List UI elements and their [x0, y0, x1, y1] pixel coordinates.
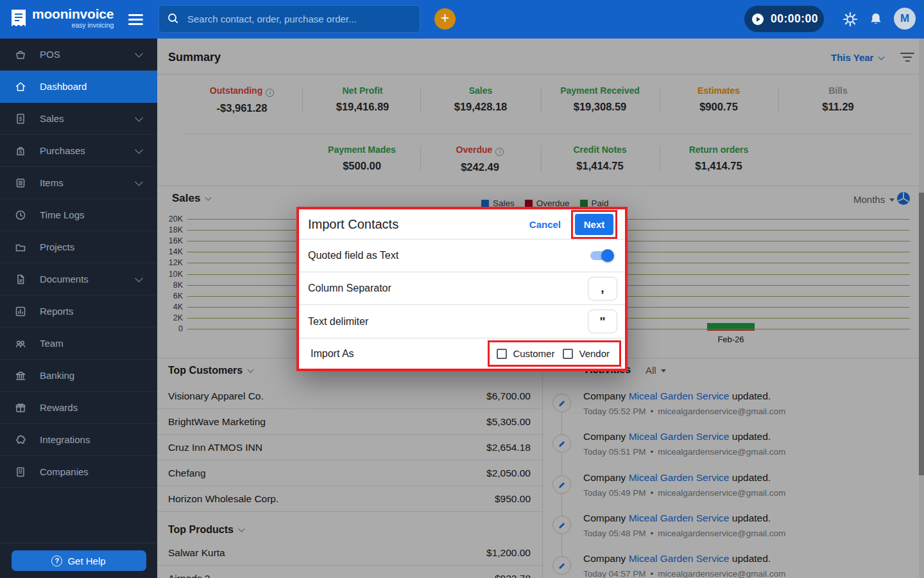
- stat-payment-received: Payment Received$19,308.59: [542, 85, 658, 113]
- puzzle-icon: [14, 434, 27, 446]
- sidebar-item-label: Documents: [40, 274, 89, 285]
- folder-icon: [14, 241, 27, 254]
- add-new-button[interactable]: +: [434, 8, 456, 30]
- sidebar-item-label: Reports: [40, 306, 74, 317]
- sidebar-item-rewards[interactable]: Rewards: [0, 392, 157, 424]
- sidebar-item-purchases[interactable]: $ Purchases: [0, 135, 157, 167]
- sidebar-item-sales[interactable]: $ Sales: [0, 103, 157, 135]
- stat-credit-notes: Credit Notes$1,414.75: [542, 144, 658, 172]
- hamburger-menu-icon[interactable]: [128, 14, 143, 28]
- top-customers-header[interactable]: Top Customers: [168, 365, 253, 376]
- sidebar-item-label: Items: [40, 177, 64, 188]
- sidebar: POS Dashboard $ Sales $ Purchases Items …: [0, 39, 157, 578]
- company-link[interactable]: Miceal Garden Service: [629, 472, 730, 483]
- period-label: This Year: [831, 52, 873, 63]
- sales-chart-dropdown[interactable]: Sales: [172, 192, 210, 205]
- cancel-button[interactable]: Cancel: [529, 219, 561, 230]
- customer-checkbox-label: Customer: [513, 348, 554, 359]
- info-icon[interactable]: i: [266, 89, 274, 97]
- sidebar-item-label: Companies: [40, 466, 89, 477]
- sidebar-item-label: Purchases: [40, 145, 85, 156]
- document-icon: [14, 273, 27, 286]
- search-icon: [167, 12, 180, 25]
- company-link[interactable]: Miceal Garden Service: [629, 512, 730, 523]
- sidebar-item-time-logs[interactable]: Time Logs: [0, 199, 157, 231]
- column-separator-row: Column Separator ,: [299, 272, 625, 305]
- sidebar-item-pos[interactable]: POS: [0, 39, 157, 71]
- clock-icon: [14, 209, 27, 222]
- sidebar-item-label: Dashboard: [40, 81, 87, 92]
- sidebar-item-companies[interactable]: Companies: [0, 456, 157, 488]
- quoted-field-row: Quoted field as Text: [299, 240, 625, 272]
- next-button[interactable]: Next: [575, 214, 613, 235]
- customer-row: BrightWave Marketing$5,305.00: [157, 409, 542, 435]
- stat-net-profit: Net Profit$19,416.89: [305, 85, 420, 113]
- sidebar-item-banking[interactable]: Banking: [0, 360, 157, 392]
- quoted-field-label: Quoted field as Text: [308, 250, 398, 261]
- chevron-down-icon: [248, 367, 254, 373]
- x-axis-label: Feb-26: [707, 335, 755, 344]
- brand-name: mooninvoice: [32, 6, 114, 22]
- sidebar-item-label: Time Logs: [40, 209, 84, 220]
- top-bar: mooninvoice easy invoicing + 00:00:00 M: [0, 0, 924, 39]
- chevron-down-icon: [135, 177, 143, 186]
- quoted-field-toggle[interactable]: [590, 251, 612, 260]
- sidebar-item-documents[interactable]: Documents: [0, 263, 157, 295]
- search-input[interactable]: [158, 5, 420, 33]
- settings-gear-icon[interactable]: [842, 11, 859, 30]
- legend-swatch: [481, 200, 489, 207]
- modal-title: Import Contacts: [308, 217, 398, 232]
- brand[interactable]: mooninvoice easy invoicing: [32, 6, 114, 29]
- items-list-icon: [14, 177, 27, 189]
- notifications-bell-icon[interactable]: [868, 11, 884, 30]
- purchases-bag-icon: $: [14, 144, 27, 157]
- pie-chart-icon[interactable]: [896, 191, 911, 208]
- sidebar-item-items[interactable]: Items: [0, 167, 157, 199]
- top-customers-list: Visionary Apparel Co.$6,700.00 BrightWav…: [157, 383, 542, 512]
- home-icon: [14, 80, 27, 93]
- timer-widget[interactable]: 00:00:00: [744, 6, 824, 32]
- stat-overdue: Overduei $242.49: [422, 144, 538, 173]
- chart-period-dropdown[interactable]: Months: [853, 194, 894, 205]
- sidebar-item-integrations[interactable]: Integrations: [0, 424, 157, 456]
- sidebar-item-label: Integrations: [40, 434, 90, 445]
- sidebar-item-reports[interactable]: Reports: [0, 295, 157, 328]
- company-link[interactable]: Miceal Garden Service: [629, 553, 730, 564]
- vendor-checkbox[interactable]: [563, 349, 573, 359]
- play-icon: [751, 12, 765, 26]
- user-avatar[interactable]: M: [894, 8, 916, 30]
- sidebar-item-label: Team: [40, 338, 64, 349]
- sidebar-item-projects[interactable]: Projects: [0, 231, 157, 263]
- people-icon: [14, 337, 27, 350]
- info-icon[interactable]: i: [495, 148, 504, 156]
- company-link[interactable]: Miceal Garden Service: [629, 431, 730, 442]
- sidebar-item-label: Projects: [40, 241, 74, 252]
- stat-sales: Sales$19,428.18: [423, 85, 538, 113]
- customer-row: Chefang$2,050.00: [157, 460, 542, 486]
- top-products-header[interactable]: Top Products: [168, 524, 244, 536]
- mooninvoice-logo-icon[interactable]: [9, 8, 28, 31]
- scrollbar-thumb[interactable]: [919, 193, 924, 475]
- caret-down-icon: [889, 198, 894, 202]
- stat-payment-mades: Payment Mades$500.00: [304, 144, 420, 172]
- import-as-row: Import As Customer Vendor: [299, 338, 625, 369]
- activities-filter-dropdown[interactable]: All: [646, 365, 666, 376]
- column-separator-input[interactable]: ,: [588, 277, 617, 301]
- bar-overdue-feb-26: [707, 329, 755, 331]
- text-delimiter-input[interactable]: ": [588, 310, 617, 333]
- stat-outstanding: Outstandingi -$3,961.28: [184, 85, 300, 114]
- period-dropdown[interactable]: This Year: [831, 52, 884, 63]
- chevron-down-icon: [878, 54, 885, 60]
- get-help-label: Get Help: [67, 556, 105, 566]
- edit-pencil-icon: [552, 394, 571, 412]
- sidebar-item-dashboard[interactable]: Dashboard: [0, 71, 157, 103]
- get-help-button[interactable]: ? Get Help: [12, 550, 146, 571]
- sidebar-item-team[interactable]: Team: [0, 328, 157, 360]
- stat-bills: Bills$11.29: [780, 85, 896, 113]
- company-link[interactable]: Miceal Garden Service: [629, 390, 730, 401]
- sidebar-item-label: Sales: [40, 113, 64, 124]
- filter-icon[interactable]: [900, 53, 914, 64]
- svg-text:$: $: [19, 116, 22, 122]
- gift-icon: [14, 401, 27, 414]
- customer-checkbox[interactable]: [497, 349, 507, 359]
